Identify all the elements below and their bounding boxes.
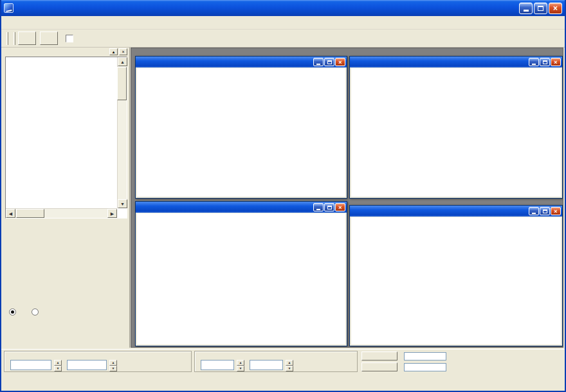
child-maximize-button[interactable] <box>324 203 334 211</box>
child-close-button[interactable]: × <box>335 203 345 211</box>
toolbar-grip[interactable] <box>6 32 8 45</box>
panel-pin-button[interactable]: ▴ <box>109 48 118 55</box>
app-icon <box>4 3 14 13</box>
child-window-eye-diagram: × <box>135 201 347 346</box>
frequency-domain-chart-area <box>351 68 561 197</box>
analysis-tree: ▲ ▼ ◀ ▶ <box>5 57 127 218</box>
child-minimize-button[interactable] <box>313 203 324 211</box>
mdi-workspace: × × <box>131 48 563 348</box>
app-window: × ▴ × ▲ ▼ ◀ ▶ <box>0 0 566 392</box>
vertical-label <box>198 352 354 359</box>
vertical-scroll-thumb[interactable] <box>117 67 127 100</box>
status-bar <box>1 373 565 391</box>
marker-2-button[interactable] <box>361 362 397 371</box>
child-maximize-button[interactable] <box>324 58 334 66</box>
panel-header: ▴ × <box>3 48 129 56</box>
child-close-button[interactable]: × <box>551 58 561 66</box>
scroll-up-button[interactable]: ▲ <box>118 57 127 66</box>
new-trace-radio[interactable] <box>32 308 39 316</box>
marker-1-x-input[interactable] <box>404 352 446 361</box>
h-units-div-input[interactable] <box>10 360 51 370</box>
child-close-button[interactable]: × <box>335 58 345 66</box>
ref-level-spinner[interactable]: ▲▼ <box>286 360 293 370</box>
stop-button[interactable] <box>40 31 58 45</box>
continuous-sweep-checkbox[interactable] <box>66 35 73 42</box>
minimize-button[interactable] <box>519 3 533 14</box>
child-minimize-button[interactable] <box>529 207 539 215</box>
delay-spinner[interactable]: ▲▼ <box>109 360 117 370</box>
time-domain-chart <box>137 68 345 197</box>
child-minimize-button[interactable] <box>529 58 539 66</box>
eye-diagram-chart-area <box>137 213 345 344</box>
new-plot-radio[interactable] <box>9 308 16 316</box>
horizontal-scroll-thumb[interactable] <box>16 209 44 218</box>
child-window-frequency-domain: × <box>349 56 563 199</box>
data-analysis-panel: ▴ × ▲ ▼ ◀ ▶ <box>3 48 130 348</box>
child-window-rlcg: × <box>349 205 563 346</box>
rlcg-chart <box>351 217 561 344</box>
child-maximize-button[interactable] <box>540 58 550 66</box>
child-maximize-button[interactable] <box>540 207 550 215</box>
measure-button[interactable] <box>18 31 36 45</box>
bottom-controls: ▲▼ ▲▼ ▲▼ ▲▼ <box>1 349 565 373</box>
eye-diagram-chart <box>137 213 345 344</box>
child-titlebar-eye-diagram[interactable]: × <box>136 202 347 213</box>
child-minimize-button[interactable] <box>313 58 324 66</box>
h-units-div-spinner[interactable]: ▲▼ <box>54 360 62 370</box>
scroll-left-button[interactable]: ◀ <box>6 209 15 218</box>
rlcg-chart-area <box>351 217 561 344</box>
horizontal-label <box>8 352 188 359</box>
delay-input[interactable] <box>67 360 107 370</box>
plot-mode-options <box>9 308 41 316</box>
ref-level-input[interactable] <box>250 360 283 370</box>
marker-1-button[interactable] <box>361 352 397 361</box>
new-trace-option[interactable] <box>32 308 41 316</box>
child-titlebar-time-domain[interactable]: × <box>136 57 347 67</box>
v-units-div-input[interactable] <box>201 360 234 370</box>
menubar <box>1 16 565 30</box>
scroll-down-button[interactable]: ▼ <box>118 199 127 208</box>
child-titlebar-rlcg[interactable]: × <box>350 206 562 217</box>
toolbar <box>1 30 565 48</box>
marker-controls <box>361 351 475 373</box>
time-domain-chart-area <box>137 68 345 197</box>
close-button[interactable]: × <box>549 3 562 14</box>
titlebar: × <box>1 0 565 16</box>
horizontal-group: ▲▼ ▲▼ <box>4 351 192 372</box>
child-titlebar-frequency-domain[interactable]: × <box>350 57 562 67</box>
scroll-right-button[interactable]: ▶ <box>107 209 117 218</box>
new-plot-option[interactable] <box>9 308 19 316</box>
input-match-chart <box>351 68 561 197</box>
child-window-time-domain: × <box>135 56 347 199</box>
child-close-button[interactable]: × <box>551 207 561 215</box>
maximize-button[interactable] <box>534 3 547 14</box>
vertical-group: ▲▼ ▲▼ <box>194 351 358 372</box>
marker-2-x-input[interactable] <box>404 363 446 371</box>
v-units-div-spinner[interactable]: ▲▼ <box>237 360 244 370</box>
panel-close-button[interactable]: × <box>119 48 127 55</box>
toolbar-grip-2[interactable] <box>14 32 15 45</box>
